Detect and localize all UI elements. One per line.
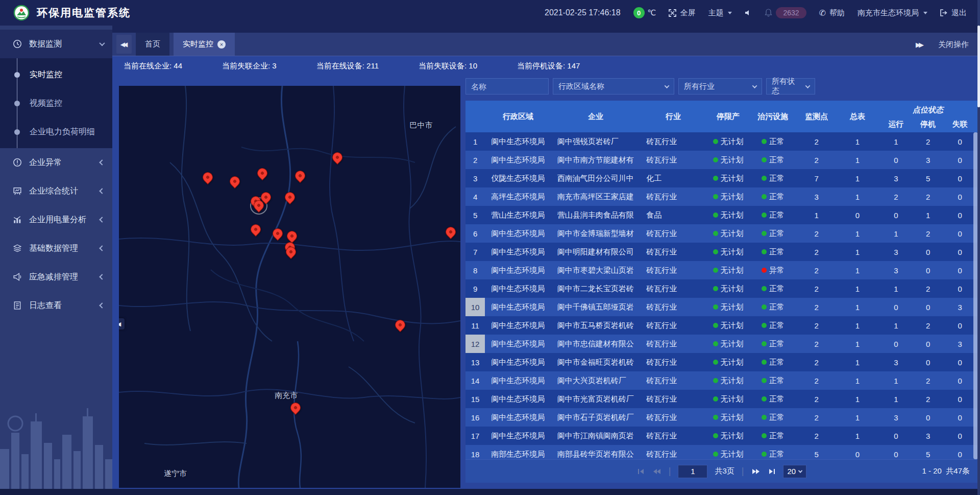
table-row[interactable]: 7阆中生态环境局阆中明阳建材有限公司砖瓦行业无计划正常21300 <box>465 243 978 261</box>
facility-status-dot <box>762 268 767 273</box>
tab-首页[interactable]: 首页 <box>136 33 169 56</box>
table-row[interactable]: 15阆中生态环境局阆中市光富页岩机砖厂砖瓦行业无计划正常21120 <box>465 390 978 408</box>
tabs-scroll-right-button[interactable]: ▶▶ <box>916 41 924 49</box>
map-pin-icon[interactable] <box>251 224 261 234</box>
map-pin-icon[interactable] <box>273 228 283 239</box>
fullscreen-button[interactable]: 全屏 <box>669 8 695 18</box>
table-row[interactable]: 17阆中生态环境局阆中市江南镇阆南页岩砖瓦行业无计划正常21030 <box>465 427 978 445</box>
map-pin-icon[interactable] <box>230 176 240 186</box>
previous-page-button[interactable] <box>652 468 662 475</box>
industry-select[interactable]: 所有行业 <box>678 78 762 95</box>
map-pin-icon[interactable] <box>446 227 456 237</box>
region-select[interactable]: 行政区域名称 <box>553 78 674 95</box>
cell-production-plan: 无计划 <box>706 261 750 279</box>
cell-offline: 0 <box>942 445 978 459</box>
cell-facility-status: 正常 <box>750 335 796 353</box>
table-row[interactable]: 1阆中生态环境局阆中强锐页岩砖厂砖瓦行业无计划正常21120 <box>465 132 978 151</box>
sidebar-item-实时监控[interactable]: 实时监控 <box>0 60 112 89</box>
table-row[interactable]: 14阆中生态环境局阆中大兴页岩机砖厂砖瓦行业无计划正常21120 <box>465 371 978 390</box>
pagination-divider: | <box>742 466 744 477</box>
theme-dropdown[interactable]: 主题 <box>708 8 732 18</box>
first-page-button[interactable] <box>637 468 645 475</box>
plan-status-dot <box>713 268 718 273</box>
notifications-button[interactable]: 2632 <box>765 7 806 18</box>
map-pin-icon[interactable] <box>254 200 264 210</box>
page-number-input[interactable] <box>678 465 707 478</box>
cell-offline: 0 <box>942 169 978 187</box>
map-pin-icon[interactable] <box>287 231 297 241</box>
table-row[interactable]: 4高坪生态环境局南充市高坪区王家店建砖瓦行业无计划正常31220 <box>465 187 978 206</box>
cell-facility-status: 正常 <box>750 243 796 261</box>
cell-row-number: 14 <box>465 371 485 390</box>
tabs-scroll-left-button[interactable]: ◀◀ <box>116 35 132 54</box>
close-operations-button[interactable]: 关闭操作 <box>938 40 969 50</box>
logout-button[interactable]: 退出 <box>940 8 967 18</box>
cell-company: 阆中市五马桥页岩机砖 <box>551 316 641 335</box>
plan-status-dot <box>713 139 718 144</box>
tab-实时监控[interactable]: 实时监控× <box>174 33 235 56</box>
table-row[interactable]: 2阆中生态环境局阆中市南方节能建材有砖瓦行业无计划正常21030 <box>465 151 978 169</box>
table-row[interactable]: 11阆中生态环境局阆中市五马桥页岩机砖砖瓦行业无计划正常21120 <box>465 316 978 335</box>
map-pin-icon[interactable] <box>257 168 267 178</box>
name-search-field[interactable] <box>471 82 543 91</box>
sidebar-item-企业电力负荷明细[interactable]: 企业电力负荷明细 <box>0 117 112 146</box>
sidebar-item-数据监测[interactable]: 数据监测 <box>0 30 112 58</box>
table-row[interactable]: 16阆中生态环境局阆中市石子页岩机砖厂砖瓦行业无计划正常21300 <box>465 408 978 427</box>
table-row[interactable]: 5营山生态环境局营山县润丰肉食品有限食品无计划正常10010 <box>465 206 978 224</box>
table-row[interactable]: 9阆中生态环境局阆中市二龙长宝页岩砖砖瓦行业无计划正常21120 <box>465 279 978 298</box>
sidebar-item-企业异常[interactable]: 企业异常 <box>0 148 112 177</box>
cell-stopped: 5 <box>914 169 942 187</box>
sidebar-item-企业用电量分析[interactable]: 企业用电量分析 <box>0 205 112 234</box>
page-scrollbar[interactable] <box>977 0 980 495</box>
plan-status-dot <box>713 304 718 310</box>
cell-facility-status: 正常 <box>750 371 796 390</box>
plan-status-dot <box>713 323 718 328</box>
cell-total-meter: 0 <box>837 445 878 459</box>
map-pin-icon[interactable] <box>203 172 213 182</box>
name-search-input[interactable] <box>465 78 549 95</box>
org-account-dropdown[interactable]: 南充市生态环境局 <box>857 8 927 18</box>
cell-total-meter: 0 <box>837 206 878 224</box>
table-row[interactable]: 13阆中生态环境局阆中市金福旺页岩机砖砖瓦行业无计划正常21300 <box>465 353 978 371</box>
cell-industry: 砖瓦行业 <box>640 298 706 316</box>
sidebar-item-基础数据管理[interactable]: 基础数据管理 <box>0 234 112 263</box>
cell-company: 南充市高坪区王家店建 <box>551 187 641 206</box>
sound-toggle-button[interactable] <box>745 9 752 16</box>
last-page-button[interactable] <box>768 468 776 475</box>
table-row[interactable]: 6阆中生态环境局阆中市金博瑞新型墙材砖瓦行业无计划正常21120 <box>465 224 978 243</box>
cell-running: 0 <box>878 335 914 353</box>
status-select[interactable]: 所有状态 <box>766 78 815 95</box>
table-row[interactable]: 18南部生态环境局南部县砖华页岩有限公砖瓦行业无计划正常50050 <box>465 445 978 459</box>
cell-running: 1 <box>878 132 914 151</box>
cell-running: 0 <box>878 427 914 445</box>
table-row[interactable]: 3仪陇生态环境局西南油气田分公司川中化工无计划正常71350 <box>465 169 978 187</box>
sidebar-item-视频监控[interactable]: 视频监控 <box>0 89 112 117</box>
cell-facility-status: 正常 <box>750 298 796 316</box>
sidebar-item-企业综合统计[interactable]: 企业综合统计 <box>0 177 112 205</box>
tab-close-icon[interactable]: × <box>217 40 226 49</box>
plan-status-dot <box>713 415 718 420</box>
page-size-select[interactable]: 20 <box>783 465 807 478</box>
map-pin-icon[interactable] <box>285 192 295 202</box>
page-scrollbar-thumb[interactable] <box>977 26 980 107</box>
cell-stopped: 0 <box>914 335 942 353</box>
table-row[interactable]: 10阆中生态环境局阆中千佛镇五郎垭页岩砖瓦行业无计划正常21003 <box>465 298 978 316</box>
cell-company: 南部县砖华页岩有限公 <box>551 445 641 459</box>
table-row[interactable]: 8阆中生态环境局阆中市枣碧大梁山页岩砖瓦行业无计划异常21300 <box>465 261 978 279</box>
facility-status-dot <box>762 323 767 328</box>
help-button[interactable]: ✆ 帮助 <box>819 8 845 18</box>
cell-company: 西南油气田分公司川中 <box>551 169 641 187</box>
map-pin-icon[interactable] <box>332 152 342 162</box>
map-collapse-button[interactable]: ◀ <box>119 318 125 329</box>
cell-production-plan: 无计划 <box>706 445 750 459</box>
sidebar-item-应急减排管理[interactable]: 应急减排管理 <box>0 263 112 291</box>
table-row[interactable]: 12阆中生态环境局阆中市忠信建材有限公砖瓦行业无计划正常21003 <box>465 335 978 353</box>
map-pin-icon[interactable] <box>295 171 305 181</box>
gis-map[interactable]: 巴中市南充市遂宁市 ◀ <box>119 86 460 488</box>
cell-region: 阆中生态环境局 <box>485 132 551 151</box>
map-pin-icon[interactable] <box>395 320 405 330</box>
sidebar-item-日志查看[interactable]: 日志查看 <box>0 291 112 320</box>
next-page-button[interactable] <box>751 468 761 475</box>
map-pin-icon[interactable] <box>290 403 301 413</box>
map-pin-icon[interactable] <box>286 247 296 257</box>
